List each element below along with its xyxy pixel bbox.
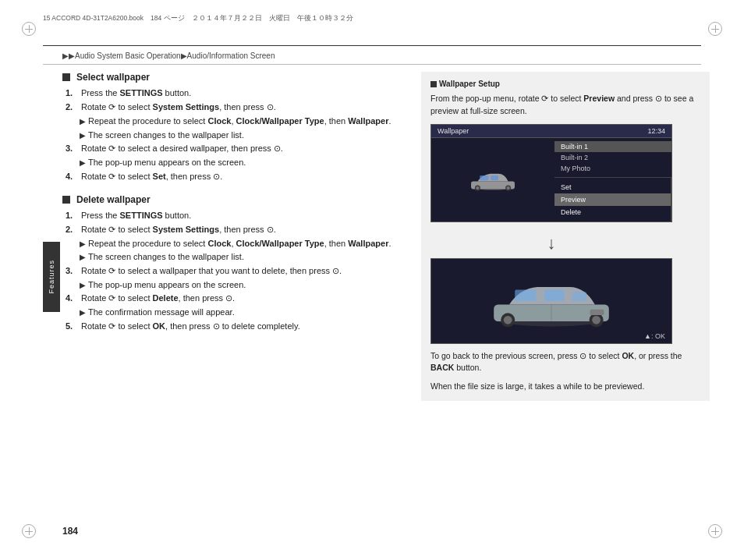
side-tab: Features: [43, 242, 60, 312]
arrow-icon: ▶: [80, 307, 86, 318]
side-tab-label: Features: [48, 260, 55, 294]
del-step-2-sub2: ▶ The screen changes to the wallpaper li…: [80, 250, 398, 264]
svg-point-7: [507, 186, 510, 189]
section1-square-icon: [62, 73, 70, 81]
svg-rect-18: [590, 309, 604, 314]
section1-steps: 1. Press the SETTINGS button. 2. Rotate …: [66, 87, 398, 183]
corner-mark-br: [708, 524, 722, 538]
top-bar: 15 ACCORD 4D-31T2A6200.book 184 ページ ２０１４…: [43, 14, 701, 23]
section2-heading: Delete wallpaper: [62, 194, 398, 205]
ui-header-label: Wallpaper: [438, 127, 469, 135]
bottom-note2: When the file size is large, it takes a …: [430, 381, 700, 393]
arrow-icon: ▶: [80, 279, 86, 291]
step-1: 1. Press the SETTINGS button.: [66, 87, 398, 100]
note-square-icon: [430, 81, 437, 87]
del-step-2-sub1: ▶ Repeat the procedure to select Clock, …: [80, 237, 398, 250]
step-2-sub1: ▶ Repeat the procedure to select Clock, …: [80, 115, 398, 128]
wallpaper-preview-screen: ▲: OK: [430, 258, 672, 344]
step-3: 3. Rotate ⟳ to select a desired wallpape…: [66, 142, 398, 155]
car-svg-small: [466, 166, 520, 193]
menu-item-set: Set: [554, 181, 671, 193]
svg-point-5: [476, 186, 479, 189]
ok-label: ▲: OK: [644, 332, 665, 340]
top-bar-line: [43, 45, 701, 46]
corner-mark-tr: [708, 22, 722, 36]
step-3-sub1: ▶ The pop-up menu appears on the screen.: [80, 156, 398, 169]
breadcrumb-line: [43, 64, 701, 65]
step-4: 4. Rotate ⟳ to select Set, then press ⊙.: [66, 170, 398, 183]
note-text: From the pop-up menu, rotate ⟳ to select…: [430, 93, 700, 118]
page-number: 184: [62, 526, 78, 537]
del-step-3: 3. Rotate ⟳ to select a wallpaper that y…: [66, 264, 398, 278]
step-2: 2. Rotate ⟳ to select System Settings, t…: [66, 101, 398, 114]
svg-rect-3: [491, 175, 498, 179]
svg-rect-11: [544, 289, 564, 300]
car-svg-full: [481, 273, 622, 329]
section1-heading: Select wallpaper: [62, 72, 398, 83]
del-step-2: 2. Rotate ⟳ to select System Settings, t…: [66, 223, 398, 236]
svg-point-16: [592, 315, 601, 324]
svg-rect-2: [480, 175, 488, 179]
ui-list: Built-in 1 Built-in 2 My Photo: [554, 138, 671, 178]
note-box: Wallpaper Setup From the pop-up menu, ro…: [421, 72, 710, 401]
del-step-3-sub1: ▶ The pop-up menu appears on the screen.: [80, 278, 398, 292]
ui-list-item: My Photo: [554, 163, 671, 174]
svg-rect-10: [515, 289, 536, 300]
del-step-4-sub1: ▶ The confirmation message will appear.: [80, 306, 398, 319]
del-step-5: 5. Rotate ⟳ to select OK, then press ⊙ t…: [66, 320, 398, 333]
ui-menu: Set Preview Delete: [554, 178, 671, 222]
corner-mark-tl: [22, 22, 36, 36]
menu-item-preview: Preview: [554, 193, 671, 206]
menu-item-delete: Delete: [554, 206, 671, 218]
section2-steps: 1. Press the SETTINGS button. 2. Rotate …: [66, 209, 398, 333]
print-info: 15 ACCORD 4D-31T2A6200.book 184 ページ ２０１４…: [43, 14, 353, 23]
down-arrow-icon: ↓: [547, 233, 556, 253]
svg-point-14: [504, 315, 512, 324]
arrow-icon: ▶: [80, 129, 86, 141]
wallpaper-ui-screen1: Wallpaper 12:34: [430, 124, 672, 222]
step-2-sub2: ▶ The screen changes to the wallpaper li…: [80, 129, 398, 142]
arrow-icon: ▶: [80, 157, 86, 168]
right-column: Wallpaper Setup From the pop-up menu, ro…: [421, 72, 710, 401]
ui-body: Built-in 1 Built-in 2 My Photo Set Previ…: [431, 138, 671, 222]
bottom-note1: To go back to the previous screen, press…: [430, 350, 700, 375]
ui-list-item: Built-in 1: [554, 141, 671, 152]
down-arrow-container: ↓: [430, 229, 672, 258]
arrow-icon: ▶: [80, 238, 86, 250]
svg-rect-12: [572, 292, 586, 301]
del-step-4: 4. Rotate ⟳ to select Delete, then press…: [66, 292, 398, 305]
car-thumbnail: [431, 138, 554, 222]
breadcrumb: ▶▶Audio System Basic Operation▶Audio/Inf…: [62, 51, 275, 60]
ui-header: Wallpaper 12:34: [431, 125, 671, 138]
corner-mark-bl: [22, 524, 36, 538]
left-column: Select wallpaper 1. Press the SETTINGS b…: [62, 72, 398, 344]
arrow-icon: ▶: [80, 115, 86, 127]
del-step-1: 1. Press the SETTINGS button.: [66, 209, 398, 222]
note-title: Wallpaper Setup: [430, 80, 700, 88]
ui-clock: 12:34: [647, 127, 665, 135]
arrow-icon: ▶: [80, 251, 86, 263]
section2-square-icon: [62, 196, 70, 204]
ui-list-item: Built-in 2: [554, 152, 671, 163]
